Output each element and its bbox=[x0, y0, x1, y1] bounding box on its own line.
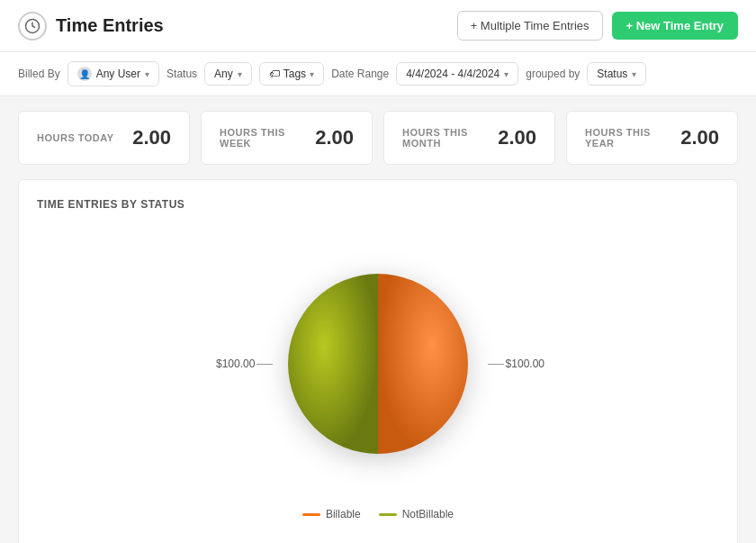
pie-chart: $100.00 $100.00 bbox=[279, 265, 477, 463]
billable-label: Billable bbox=[326, 508, 361, 520]
tags-select[interactable]: 🏷 Tags ▾ bbox=[259, 62, 324, 86]
billed-by-label: Billed By bbox=[18, 68, 60, 80]
stat-week: HOURS THIS WEEK 2.00 bbox=[201, 111, 373, 165]
status-filter-label: Status bbox=[166, 68, 197, 80]
notbillable-line bbox=[379, 513, 397, 516]
billed-by-select[interactable]: 👤 Any User ▾ bbox=[68, 61, 159, 86]
legend-notbillable: NotBillable bbox=[379, 508, 454, 520]
status-select[interactable]: Any ▾ bbox=[204, 62, 252, 86]
date-range-value: 4/4/2024 - 4/4/2024 bbox=[406, 68, 500, 80]
label-right: $100.00 bbox=[506, 357, 544, 370]
chart-title: TIME ENTRIES BY STATUS bbox=[37, 198, 719, 211]
tags-label: Tags bbox=[284, 68, 306, 80]
page: Time Entries + Multiple Time Entries + N… bbox=[0, 0, 756, 543]
status-value: Any bbox=[214, 68, 233, 80]
chevron-down-icon: ▾ bbox=[145, 69, 149, 79]
chevron-down-icon-5: ▾ bbox=[632, 69, 636, 79]
month-value: 2.00 bbox=[498, 126, 536, 149]
header-left: Time Entries bbox=[18, 12, 164, 41]
multiple-time-entries-button[interactable]: + Multiple Time Entries bbox=[457, 11, 603, 41]
label-left: $100.00 bbox=[216, 357, 255, 370]
date-range-select[interactable]: 4/4/2024 - 4/4/2024 ▾ bbox=[396, 62, 518, 86]
legend-billable: Billable bbox=[302, 508, 361, 520]
today-value: 2.00 bbox=[132, 126, 171, 149]
year-value: 2.00 bbox=[680, 126, 719, 149]
user-avatar-icon: 👤 bbox=[77, 67, 92, 81]
new-time-entry-button[interactable]: + New Time Entry bbox=[612, 12, 739, 40]
stat-year: HOURS THIS YEAR 2.00 bbox=[566, 111, 738, 165]
stats-row: HOURS TODAY 2.00 HOURS THIS WEEK 2.00 HO… bbox=[0, 96, 756, 179]
date-range-label: Date Range bbox=[331, 68, 389, 80]
week-value: 2.00 bbox=[315, 126, 354, 149]
group-by-select[interactable]: Status ▾ bbox=[587, 62, 646, 86]
billable-line bbox=[302, 513, 320, 516]
filter-bar: Billed By 👤 Any User ▾ Status Any ▾ 🏷 Ta… bbox=[0, 52, 756, 96]
chevron-down-icon-3: ▾ bbox=[310, 69, 314, 79]
billable-segment bbox=[378, 274, 468, 454]
today-label: HOURS TODAY bbox=[37, 132, 114, 143]
tag-icon: 🏷 bbox=[269, 68, 280, 80]
week-label: HOURS THIS WEEK bbox=[220, 127, 315, 149]
pie-svg bbox=[279, 265, 477, 463]
clock-icon bbox=[18, 12, 47, 41]
year-label: HOURS THIS YEAR bbox=[585, 127, 680, 149]
chevron-down-icon-2: ▾ bbox=[238, 69, 242, 79]
header: Time Entries + Multiple Time Entries + N… bbox=[0, 0, 756, 52]
chart-container: $100.00 $100.00 Billable NotBillable bbox=[37, 229, 719, 529]
chart-legend: Billable NotBillable bbox=[302, 508, 454, 520]
header-actions: + Multiple Time Entries + New Time Entry bbox=[457, 11, 738, 41]
chart-section: TIME ENTRIES BY STATUS bbox=[18, 179, 738, 543]
notbillable-segment bbox=[288, 274, 378, 454]
stat-today: HOURS TODAY 2.00 bbox=[18, 111, 190, 165]
group-value: Status bbox=[597, 68, 627, 80]
grouped-by-label: grouped by bbox=[526, 68, 580, 80]
page-title: Time Entries bbox=[56, 15, 164, 36]
billed-by-value: Any User bbox=[96, 68, 140, 80]
stat-month: HOURS THIS MONTH 2.00 bbox=[383, 111, 555, 165]
month-label: HOURS THIS MONTH bbox=[402, 127, 498, 149]
notbillable-label: NotBillable bbox=[402, 508, 454, 520]
chevron-down-icon-4: ▾ bbox=[504, 69, 508, 79]
